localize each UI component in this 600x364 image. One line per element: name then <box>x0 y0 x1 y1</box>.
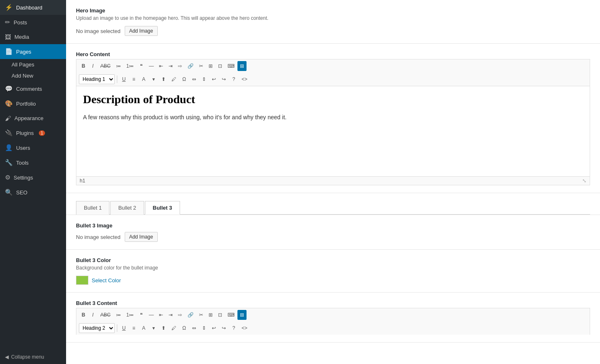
sidebar-item-dashboard[interactable]: ⚡ Dashboard <box>0 0 66 15</box>
sidebar-item-tools[interactable]: 🔧 Tools <box>0 155 66 170</box>
tb-align-center[interactable]: ⇥ <box>166 61 175 71</box>
tb-justify[interactable]: ≡ <box>129 74 138 84</box>
b3-tb-keyboard[interactable]: ⌨ <box>225 310 237 320</box>
sidebar-item-settings[interactable]: ⚙ Settings <box>0 170 66 185</box>
b3-tb-paste[interactable]: ⬆ <box>159 323 168 333</box>
b3-tb-html[interactable]: <> <box>239 323 250 333</box>
tb-keyboard[interactable]: ⌨ <box>225 61 237 71</box>
tb-text-color[interactable]: A <box>139 74 148 84</box>
comments-icon: 💬 <box>5 85 13 92</box>
tb-indent[interactable]: ⇔ <box>190 74 199 84</box>
hero-content-title: Hero Content <box>76 51 590 57</box>
hero-add-image-button[interactable]: Add Image <box>125 26 158 36</box>
tab-bullet3[interactable]: Bullet 3 <box>145 201 180 215</box>
sidebar-item-media[interactable]: 🖼 Media <box>0 30 66 44</box>
tb-outdent[interactable]: ⇕ <box>199 74 209 84</box>
b3-tb-link[interactable]: 🔗 <box>185 310 196 320</box>
sidebar-item-seo[interactable]: 🔍 SEO <box>0 185 66 200</box>
hero-content-section: Hero Content B I ABC ≔ 1≔ ❝ — ⇤ ⇥ ⇨ 🔗 ✂ … <box>66 44 600 193</box>
sidebar-sub-add-new[interactable]: Add New <box>0 70 66 81</box>
tb-hr[interactable]: — <box>146 61 156 71</box>
tb-html[interactable]: <> <box>239 74 250 84</box>
b3-tb-text-color[interactable]: A <box>139 323 148 333</box>
tb-paste[interactable]: ⬆ <box>159 74 168 84</box>
bullet3-content-title: Bullet 3 Content <box>76 300 590 306</box>
settings-icon: ⚙ <box>5 174 10 181</box>
bullet3-image-row: No image selected Add Image <box>76 232 590 242</box>
b3-tb-justify[interactable]: ≡ <box>129 323 138 333</box>
sidebar-item-posts[interactable]: ✏ Posts <box>0 15 66 30</box>
b3-tb-clear[interactable]: 🖊 <box>169 323 179 333</box>
tb-align-left[interactable]: ⇤ <box>157 61 166 71</box>
tb-ordered-list[interactable]: 1≔ <box>124 61 137 71</box>
b3-tb-bold[interactable]: B <box>79 310 88 320</box>
bullet3-color-title: Bullet 3 Color <box>76 257 590 263</box>
b3-tb-indent[interactable]: ⇔ <box>190 323 199 333</box>
sidebar-item-comments[interactable]: 💬 Comments <box>0 81 66 96</box>
tabs-row: Bullet 1 Bullet 2 Bullet 3 <box>76 201 590 215</box>
tb-special-char[interactable]: Ω <box>180 74 189 84</box>
tb-unordered-list[interactable]: ≔ <box>114 61 123 71</box>
tb-unlink[interactable]: ✂ <box>197 61 206 71</box>
hero-image-title: Hero Image <box>76 7 590 14</box>
b3-tb-strikethrough[interactable]: ABC <box>98 310 113 320</box>
b3-tb-omega[interactable]: Ω <box>180 323 189 333</box>
b3-tb-ol[interactable]: 1≔ <box>124 310 137 320</box>
b3-tb-blockquote[interactable]: ❝ <box>137 310 146 320</box>
b3-tb-align-center[interactable]: ⇥ <box>166 310 175 320</box>
tb-undo[interactable]: ↩ <box>209 74 218 84</box>
collapse-menu-button[interactable]: ◀ Collapse menu <box>0 350 66 364</box>
b3-tb-underline[interactable]: U <box>119 323 128 333</box>
tab-bullet2[interactable]: Bullet 2 <box>110 201 144 215</box>
tb-strikethrough[interactable]: ABC <box>98 61 113 71</box>
heading-select[interactable]: Heading 1 Heading 2 Heading 3 Paragraph <box>79 74 115 84</box>
b3-tb-unlink[interactable]: ✂ <box>197 310 206 320</box>
hero-content-editor[interactable]: Description of Product A few reasons why… <box>76 86 590 177</box>
editor-footer: h1 ⤡ <box>76 177 590 185</box>
sidebar-item-plugins[interactable]: 🔌 Plugins 1 <box>0 125 66 140</box>
bullet3-add-image-button[interactable]: Add Image <box>125 232 158 242</box>
sidebar-item-portfolio[interactable]: 🎨 Portfolio <box>0 96 66 111</box>
tb-redo[interactable]: ↪ <box>219 74 228 84</box>
b3-tb-ul[interactable]: ≔ <box>114 310 123 320</box>
b3-tb-align-right[interactable]: ⇨ <box>175 310 185 320</box>
bullet3-no-image-text: No image selected <box>76 234 121 240</box>
b3-tb-fullscreen[interactable]: ⊞ <box>237 310 247 320</box>
b3-tb-insert[interactable]: ⊞ <box>206 310 215 320</box>
tb-fullscreen[interactable]: ⊞ <box>237 61 247 71</box>
tb-help[interactable]: ? <box>229 74 238 84</box>
editor-heading: Description of Product <box>83 93 583 106</box>
tabs-section: Bullet 1 Bullet 2 Bullet 3 <box>66 193 600 215</box>
tb-clear-format[interactable]: 🖊 <box>169 74 179 84</box>
hero-image-section: Hero Image Upload an image to use in the… <box>66 0 600 44</box>
tb-link[interactable]: 🔗 <box>185 61 196 71</box>
b3-tb-hr[interactable]: — <box>146 310 156 320</box>
b3-tb-remove[interactable]: ⊡ <box>216 310 225 320</box>
tab-bullet1[interactable]: Bullet 1 <box>76 201 109 215</box>
sidebar-sub-all-pages[interactable]: All Pages <box>0 59 66 70</box>
appearance-icon: 🖌 <box>5 115 11 122</box>
b3-tb-color-down[interactable]: ▾ <box>149 323 158 333</box>
editor-resize-handle[interactable]: ⤡ <box>582 178 586 184</box>
tb-align-right[interactable]: ⇨ <box>175 61 185 71</box>
sidebar-item-appearance[interactable]: 🖌 Appearance <box>0 111 66 125</box>
tb-blockquote[interactable]: ❝ <box>137 61 146 71</box>
select-color-button[interactable]: Select Color <box>92 277 121 284</box>
b3-tb-align-left[interactable]: ⇤ <box>157 310 166 320</box>
tb-insert-row[interactable]: ⊞ <box>206 61 215 71</box>
b3-tb-help[interactable]: ? <box>229 323 238 333</box>
b3-heading-select[interactable]: Heading 2 Heading 1 Heading 3 Paragraph <box>79 323 115 333</box>
tb-color-down[interactable]: ▾ <box>149 74 158 84</box>
tb-italic[interactable]: I <box>88 61 97 71</box>
sidebar-item-users[interactable]: 👤 Users <box>0 140 66 155</box>
tb-bold[interactable]: B <box>79 61 88 71</box>
b3-tb-outdent[interactable]: ⇕ <box>199 323 209 333</box>
b3-tb-redo[interactable]: ↪ <box>219 323 228 333</box>
tb-underline[interactable]: U <box>119 74 128 84</box>
posts-icon: ✏ <box>5 19 10 26</box>
tb-remove-row[interactable]: ⊡ <box>216 61 225 71</box>
b3-tb-italic[interactable]: I <box>88 310 97 320</box>
b3-tb-undo[interactable]: ↩ <box>209 323 218 333</box>
color-swatch[interactable] <box>76 276 88 285</box>
sidebar-item-pages[interactable]: 📄 Pages <box>0 44 66 59</box>
